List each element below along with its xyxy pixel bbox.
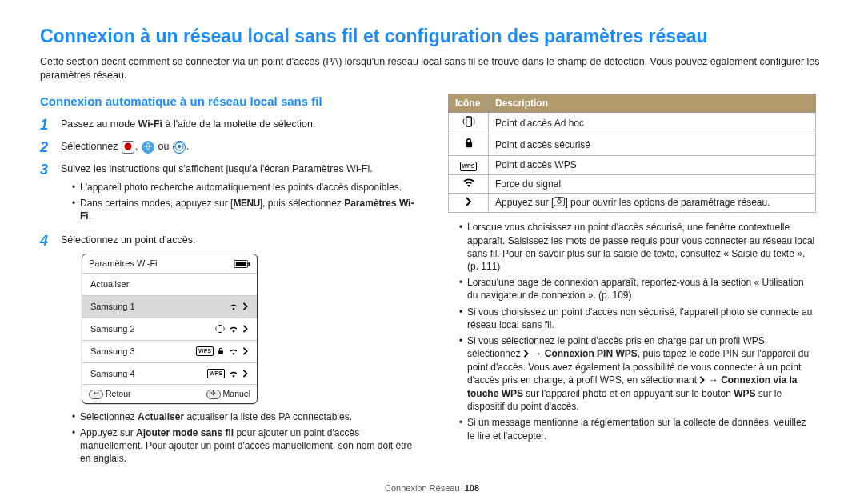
- lock-icon: [217, 346, 225, 356]
- back-arrow-icon: ↩: [89, 390, 103, 399]
- chevron-right-icon: [523, 348, 530, 361]
- icon-description-table: Icône Description Point d'accès Ad hoc P…: [448, 94, 816, 214]
- battery-icon: [234, 260, 250, 268]
- menu-label: MENU: [233, 198, 259, 209]
- svg-rect-6: [248, 262, 250, 266]
- manual-dpad-icon: ✢: [206, 390, 221, 399]
- adhoc-icon: [215, 324, 225, 334]
- chevron-right-icon: [242, 370, 249, 378]
- right-bullet-2: Lorsqu'une page de connexion apparaît, r…: [459, 276, 816, 302]
- device-title: Paramètres Wi-Fi: [89, 258, 158, 270]
- wifi-mode-label: Wi-Fi: [138, 118, 162, 130]
- device-screenshot: Paramètres Wi-Fi Actualiser Samsung 1: [82, 254, 258, 403]
- wps-badge-icon: WPS: [460, 162, 478, 170]
- subheading: Connexion automatique à un réseau local …: [40, 94, 424, 110]
- step-number-3: 3: [40, 162, 61, 226]
- cloud-app-icon: [173, 141, 186, 154]
- table-header-icon: Icône: [449, 94, 489, 112]
- right-bullet-4: Si vous sélectionnez le point d'accès pr…: [459, 334, 816, 414]
- svg-rect-5: [236, 262, 246, 266]
- svg-rect-10: [465, 142, 471, 147]
- wps-badge-icon: WPS: [196, 346, 214, 355]
- chevron-right-icon: [242, 325, 249, 333]
- chevron-right-icon: [242, 347, 249, 355]
- storage-icon: [122, 141, 134, 154]
- chevron-right-icon: [465, 197, 473, 210]
- device-ap-row-3[interactable]: Samsung 3 WPS: [82, 340, 257, 362]
- device-refresh-row[interactable]: Actualiser: [82, 273, 257, 295]
- intro-text: Cette section décrit comment se connecte…: [40, 55, 824, 82]
- svg-rect-13: [558, 198, 562, 199]
- wifi-signal-icon: [228, 302, 239, 310]
- options-button-icon: [554, 197, 565, 210]
- svg-rect-8: [218, 350, 223, 354]
- wifi-signal-icon: [228, 370, 239, 378]
- step-number-1: 1: [40, 118, 61, 132]
- chevron-right-icon: [242, 302, 249, 310]
- step-number-4: 4: [40, 234, 61, 468]
- lock-icon: [463, 137, 474, 153]
- globe-icon: [142, 141, 154, 154]
- page-footer: Connexion Réseau 108: [0, 482, 864, 494]
- right-bullet-3: Si vous choisissez un point d'accès non …: [459, 306, 816, 331]
- table-header-desc: Description: [489, 94, 816, 112]
- table-row: Point d'accès sécurisé: [449, 134, 816, 156]
- step-4-text: Sélectionnez un point d'accès.: [61, 234, 424, 247]
- table-row: Force du signal: [449, 174, 816, 194]
- svg-point-3: [178, 145, 181, 148]
- wps-badge-icon: WPS: [207, 369, 225, 378]
- device-back-button[interactable]: ↩ Retour: [89, 388, 131, 399]
- table-row: WPS Point d'accès WPS: [449, 156, 816, 174]
- right-bullet-5: Si un message mentionne la réglementatio…: [459, 416, 816, 442]
- right-bullet-1: Lorsque vous choisissez un point d'accès…: [459, 221, 816, 273]
- page-title: Connexion à un réseau local sans fil et …: [40, 24, 824, 49]
- step-number-2: 2: [40, 140, 61, 154]
- table-row: Point d'accès Ad hoc: [449, 112, 816, 134]
- svg-point-0: [125, 142, 132, 150]
- device-ap-row-4[interactable]: Samsung 4 WPS: [82, 362, 257, 385]
- step-4-bullet-1: Sélectionnez Actualiser actualiser la li…: [72, 410, 424, 423]
- step-2-text: Sélectionnez , ou .: [61, 140, 424, 154]
- device-manual-button[interactable]: ✢ Manuel: [206, 388, 250, 399]
- svg-rect-9: [466, 117, 471, 126]
- wifi-signal-icon: [228, 325, 239, 333]
- device-ap-row-2[interactable]: Samsung 2: [82, 318, 257, 340]
- step-3-bullet-1: L'appareil photo recherche automatiqueme…: [72, 181, 424, 194]
- svg-rect-7: [218, 326, 222, 333]
- wifi-signal-icon: [228, 347, 239, 355]
- step-3-text: Suivez les instructions qui s'affichent …: [61, 162, 424, 176]
- svg-point-12: [558, 200, 562, 204]
- step-3-bullet-2: Dans certains modes, appuyez sur [MENU],…: [72, 197, 424, 222]
- device-ap-row-1[interactable]: Samsung 1: [82, 295, 257, 318]
- wifi-signal-icon: [462, 178, 475, 190]
- adhoc-icon: [462, 115, 475, 131]
- table-row: Appuyez sur [] pour ouvrir les options d…: [449, 194, 816, 213]
- step-4-bullet-2: Appuyez sur Ajouter mode sans fil pour a…: [72, 426, 424, 466]
- step-1-text: Passez au mode Wi-Fi à l'aide de la mole…: [61, 118, 424, 132]
